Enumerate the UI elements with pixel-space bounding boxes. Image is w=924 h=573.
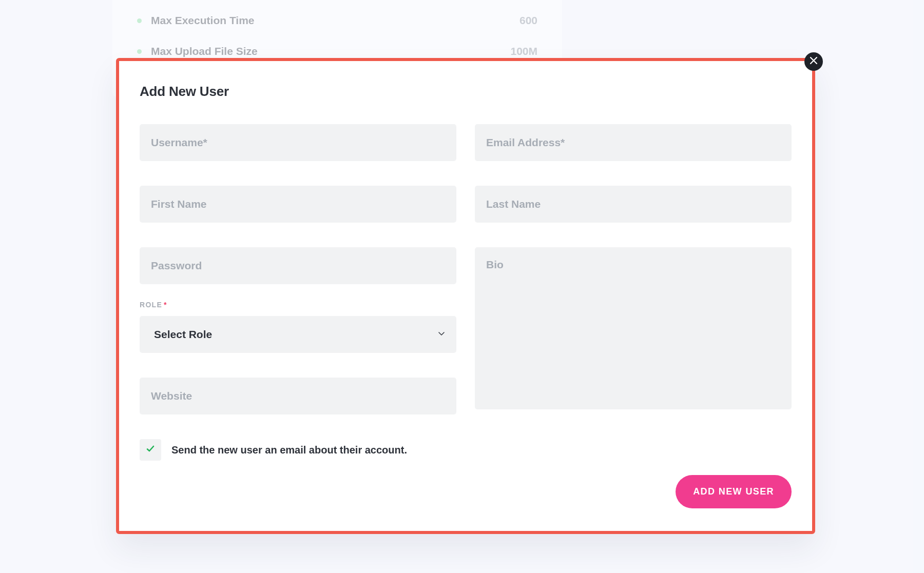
email-input[interactable] (475, 124, 792, 161)
password-input[interactable] (140, 247, 456, 284)
role-label: ROLE* (140, 301, 456, 309)
add-user-modal: Add New User ROLE* Select Role (116, 58, 815, 534)
modal-title: Add New User (140, 84, 792, 100)
first-name-input[interactable] (140, 186, 456, 223)
role-select[interactable]: Select Role (140, 316, 456, 353)
close-icon (810, 57, 817, 66)
send-email-label: Send the new user an email about their a… (171, 444, 407, 456)
role-selected-value: Select Role (154, 328, 212, 341)
check-icon (146, 444, 155, 456)
bio-textarea[interactable] (475, 247, 792, 409)
send-email-checkbox[interactable] (140, 439, 161, 461)
add-new-user-button[interactable]: ADD NEW USER (676, 475, 792, 508)
username-input[interactable] (140, 124, 456, 161)
website-input[interactable] (140, 378, 456, 414)
close-button[interactable] (804, 52, 823, 71)
last-name-input[interactable] (475, 186, 792, 223)
